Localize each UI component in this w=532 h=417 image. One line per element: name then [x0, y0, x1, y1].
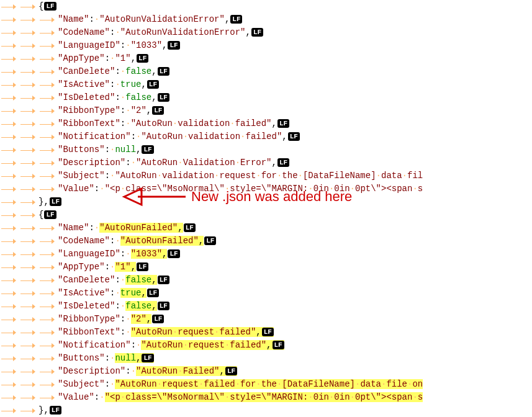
code-line: },LF: [0, 195, 532, 208]
code-line: "IsDeleted":·false,LF: [0, 91, 532, 104]
code-line: "Notification":·"AutoRun·validation·fail…: [0, 130, 532, 143]
code-line: "Name":·"AutoRunValidationError",LF: [0, 13, 532, 26]
code-line: "RibbonType":·"2",LF: [0, 104, 532, 117]
code-line: "Description":·"AutoRun·Failed",LF: [0, 365, 532, 378]
code-line: "RibbonType":·"2",LF: [0, 313, 532, 326]
code-line: "IsActive":·true,LF: [0, 287, 532, 300]
code-line: "RibbonText":·"AutoRun·validation·failed…: [0, 117, 532, 130]
code-line: "CodeName":·"AutoRunFailed",LF: [0, 235, 532, 248]
code-line: "IsDeleted":·false,LF: [0, 300, 532, 313]
code-line: },LF: [0, 404, 532, 417]
code-line: "Buttons":·null,LF: [0, 143, 532, 156]
code-line: "LanguageID":·"1033",LF: [0, 248, 532, 261]
code-line: "Subject":·"AutoRun·validation·request·f…: [0, 169, 532, 182]
code-editor[interactable]: {LF"Name":·"AutoRunValidationError",LF"C…: [0, 0, 532, 417]
code-line: "Description":·"AutoRun·Validation·Error…: [0, 156, 532, 169]
code-line: "Subject":·"AutoRun·request·failed·for·t…: [0, 378, 532, 391]
code-line: "Notification":·"AutoRun·request·failed"…: [0, 339, 532, 352]
code-line: {LF: [0, 0, 532, 13]
code-line: "Value":·"<p·class=\"MsoNormal\"·style=\…: [0, 182, 532, 195]
code-line: "AppType":·"1",LF: [0, 52, 532, 65]
code-line: {LF: [0, 208, 532, 222]
code-line: "Name":·"AutoRunFailed",LF: [0, 222, 532, 235]
code-line: "IsActive":·true,LF: [0, 78, 532, 91]
code-line: "AppType":·"1",LF: [0, 261, 532, 274]
code-line: "CodeName":·"AutoRunValidationError",LF: [0, 26, 532, 39]
code-line: "CanDelete":·false,LF: [0, 274, 532, 287]
code-line: "CanDelete":·false,LF: [0, 65, 532, 78]
code-line: "RibbonText":·"AutoRun·request·failed",L…: [0, 326, 532, 339]
code-line: "Buttons":·null,LF: [0, 352, 532, 365]
code-line: "LanguageID":·"1033",LF: [0, 39, 532, 52]
code-line: "Value":·"<p·class=\"MsoNormal\"·style=\…: [0, 391, 532, 404]
